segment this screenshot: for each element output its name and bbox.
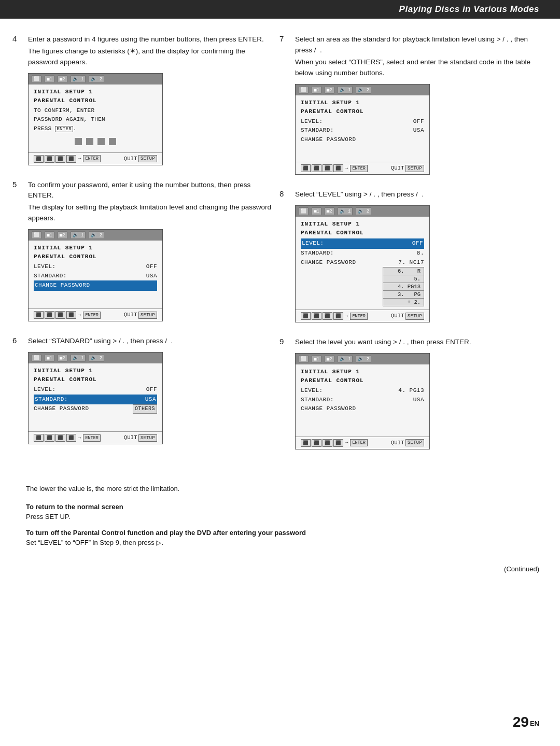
nav-btn-enter2: ENTER — [83, 155, 101, 162]
screen-9-subtitle: PARENTAL CONTROL — [301, 377, 424, 384]
screen-7-footer: ⬛ ⬛ ⬛ ⬛ → ENTER QUIT SETUP — [296, 162, 429, 174]
quit-btn-4: QUIT SETUP — [124, 155, 157, 162]
screen-7-level: LEVEL:OFF — [301, 117, 424, 126]
nav-buttons-7: ⬛ ⬛ ⬛ ⬛ → ENTER — [301, 164, 368, 172]
step-7-text: Select an area as the standard for playb… — [293, 34, 539, 79]
return-label: To return to the normal screen — [26, 503, 534, 511]
nav-buttons-5: ⬛ ⬛ ⬛ ⬛ → ENTER — [34, 311, 101, 319]
screen-7-title: INITIAL SETUP 1 — [301, 100, 424, 106]
screen-topbar-4: ⬜ ▣1 ▣2 🔊 1 🔊 2 — [29, 74, 162, 85]
screen-8-level: LEVEL:OFF — [301, 238, 424, 249]
screen-topbar-5: ⬜ ▣1 ▣2 🔊 1 🔊 2 — [29, 230, 162, 241]
icon-disc: ⬜ — [32, 75, 41, 83]
screen-8-subtitle: PARENTAL CONTROL — [301, 230, 424, 236]
screen-4-title: INITIAL SETUP 1 — [34, 89, 157, 95]
screen-7-change-pw: CHANGE PASSWORD — [301, 135, 424, 145]
screen-body-5: INITIAL SETUP 1 PARENTAL CONTROL LEVEL:O… — [29, 241, 162, 308]
page-number-area: 29 EN — [513, 714, 539, 730]
screen-5-standard: STANDARD:USA — [34, 272, 157, 281]
screen-body-9: INITIAL SETUP 1 PARENTAL CONTROL LEVEL:4… — [296, 364, 429, 437]
screen-4-subtitle: PARENTAL CONTROL — [34, 97, 157, 104]
turnoff-text: Set “LEVEL” to “OFF” in Step 9, then pre… — [26, 539, 534, 546]
step-6: 6 Select “STANDARD” using > / . , then p… — [26, 336, 272, 444]
step-9-text: Select the level you want using > / . , … — [293, 337, 539, 348]
page-header: Playing Discs in Various Modes — [0, 0, 560, 19]
screen-4-asterisks — [34, 138, 157, 145]
quit-btn-5: QUIT SETUP — [124, 312, 157, 319]
icon-vol2: 🔊 2 — [89, 75, 104, 83]
screen-7-standard: STANDARD:USA — [301, 126, 424, 135]
step-5-screen: ⬜ ▣1 ▣2 🔊 1 🔊 2 INITIAL SETUP 1 PARENTAL… — [28, 229, 163, 321]
screen-6-footer: ⬛ ⬛ ⬛ ⬛ → ENTER QUIT SETUP — [29, 431, 162, 444]
step-5-text: To confirm your password, enter it using… — [26, 180, 272, 224]
footer-section: The lower the value is, the more strict … — [0, 480, 560, 560]
step-5-number: 5 — [12, 180, 17, 189]
screen-5-level: LEVEL:OFF — [34, 262, 157, 272]
icon-ch2: ▣2 — [58, 75, 67, 83]
screen-body-6: INITIAL SETUP 1 PARENTAL CONTROL LEVEL:O… — [29, 363, 162, 431]
step-8-number: 8 — [279, 189, 284, 198]
step-4-text: Enter a password in 4 figures using the … — [26, 34, 272, 68]
screen-topbar-7: ⬜ ▣1 ▣2 🔊 1 🔊 2 — [296, 85, 429, 95]
step-9-screen: ⬜ ▣1 ▣2 🔊 1 🔊 2 INITIAL SETUP 1 PARENTAL… — [295, 353, 430, 449]
header-title: Playing Discs in Various Modes — [399, 4, 539, 14]
screen-4-footer: ⬛ ⬛ ⬛ ⬛ → ENTER QUIT SETUP — [29, 152, 162, 165]
screen-9-level: LEVEL:4. PG13 — [301, 386, 424, 396]
step-6-number: 6 — [12, 336, 17, 345]
step-4-number: 4 — [12, 34, 17, 43]
step-7: 7 Select an area as the standard for pla… — [293, 34, 539, 175]
limitation-note: The lower the value is, the more strict … — [26, 485, 534, 492]
nav-buttons-6: ⬛ ⬛ ⬛ ⬛ → ENTER — [34, 434, 101, 442]
icon-disc-5: ⬜ — [32, 231, 41, 239]
screen-6-subtitle: PARENTAL CONTROL — [34, 376, 157, 383]
icon-ch1-5: ▣1 — [45, 231, 54, 239]
screen-5-title: INITIAL SETUP 1 — [34, 245, 157, 251]
step-8: 8 Select “LEVEL” using > / . , then pres… — [293, 189, 539, 322]
turnoff-label: To turn off the Parental Control functio… — [26, 529, 534, 537]
step-9: 9 Select the level you want using > / . … — [293, 337, 539, 449]
nav-btn-up: ⬛ — [45, 155, 54, 163]
screen-8-change-pw: CHANGE PASSWORD7. NC17 — [301, 258, 424, 268]
screen-body-7: INITIAL SETUP 1 PARENTAL CONTROL LEVEL:O… — [296, 95, 429, 162]
screen-8-dropdown: 6. R 5. 4. PG13 3. PG + 2. — [301, 267, 424, 306]
nav-btn-back: ⬛ — [34, 155, 44, 163]
page-number: 29 — [513, 714, 529, 730]
screen-6-level: LEVEL:OFF — [34, 385, 157, 395]
screen-6-title: INITIAL SETUP 1 — [34, 368, 157, 374]
quit-btn-9: QUIT SETUP — [391, 439, 424, 446]
step-7-number: 7 — [279, 34, 284, 43]
screen-5-change-pw: CHANGE PASSWORD — [34, 280, 157, 291]
nav-buttons-8: ⬛ ⬛ ⬛ ⬛ → ENTER — [301, 312, 368, 320]
step-4-screen: ⬜ ▣1 ▣2 🔊 1 🔊 2 INITIAL SETUP 1 PARENTAL… — [28, 73, 163, 165]
screen-5-footer: ⬛ ⬛ ⬛ ⬛ → ENTER QUIT SETUP — [29, 308, 162, 321]
screen-topbar-6: ⬜ ▣1 ▣2 🔊 1 🔊 2 — [29, 353, 162, 363]
icon-ch1: ▣1 — [45, 75, 54, 83]
screen-6-standard: STANDARD:USA — [34, 395, 157, 405]
screen-9-change-pw: CHANGE PASSWORD — [301, 404, 424, 414]
nav-btn-down: ⬛ — [55, 155, 65, 163]
screen-8-title: INITIAL SETUP 1 — [301, 221, 424, 227]
screen-6-change-pw: CHANGE PASSWORD OTHERS — [34, 404, 157, 414]
screen-topbar-9: ⬜ ▣1 ▣2 🔊 1 🔊 2 — [296, 354, 429, 364]
screen-body-8: INITIAL SETUP 1 PARENTAL CONTROL LEVEL:O… — [296, 217, 429, 309]
icon-ch2-5: ▣2 — [58, 231, 67, 239]
screen-4-confirm: To confirm, enterpassword again, thenpre… — [34, 106, 157, 134]
screen-9-footer: ⬛ ⬛ ⬛ ⬛ → ENTER QUIT SETUP — [296, 437, 429, 449]
step-6-text: Select “STANDARD” using > / . , then pre… — [26, 336, 272, 347]
quit-btn-7: QUIT SETUP — [391, 165, 424, 172]
nav-btn-enter: ⬛ — [66, 155, 76, 163]
screen-9-title: INITIAL SETUP 1 — [301, 369, 424, 375]
step-6-screen: ⬜ ▣1 ▣2 🔊 1 🔊 2 INITIAL SETUP 1 PARENTAL… — [28, 352, 163, 444]
icon-vol1: 🔊 1 — [71, 75, 86, 83]
icon-vol1-5: 🔊 1 — [71, 231, 86, 239]
right-column: 7 Select an area as the standard for pla… — [293, 34, 539, 464]
left-column: 4 Enter a password in 4 figures using th… — [26, 34, 272, 464]
screen-9-standard: STANDARD:USA — [301, 396, 424, 405]
step-4: 4 Enter a password in 4 figures using th… — [26, 34, 272, 165]
screen-7-subtitle: PARENTAL CONTROL — [301, 108, 424, 115]
icon-vol2-5: 🔊 2 — [89, 231, 104, 239]
nav-buttons-4: ⬛ ⬛ ⬛ ⬛ → ENTER — [34, 155, 101, 163]
step-7-screen: ⬜ ▣1 ▣2 🔊 1 🔊 2 INITIAL SETUP 1 PARENTAL… — [295, 84, 430, 175]
step-8-screen: ⬜ ▣1 ▣2 🔊 1 🔊 2 INITIAL SETUP 1 PARENTAL… — [295, 205, 430, 322]
screen-5-subtitle: PARENTAL CONTROL — [34, 254, 157, 260]
